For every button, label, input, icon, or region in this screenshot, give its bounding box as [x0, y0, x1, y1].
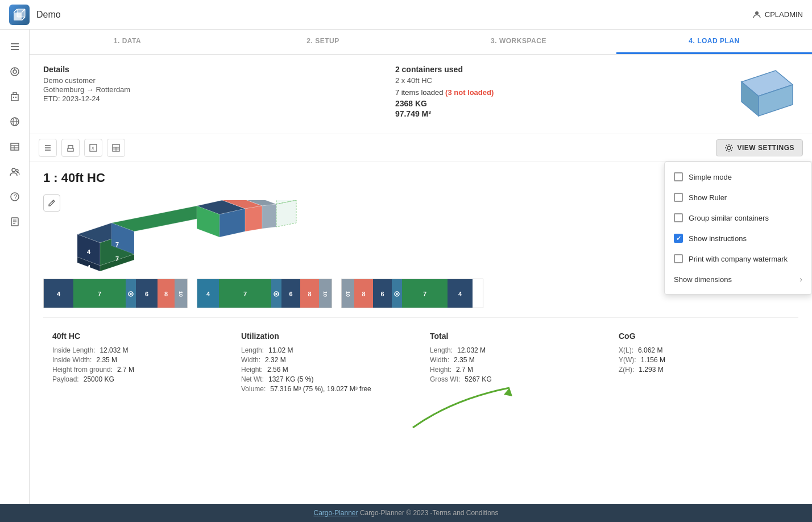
tab-setup[interactable]: 2. SETUP: [225, 30, 421, 54]
simple-mode-label: Simple mode: [689, 173, 732, 181]
group-similar-label: Group similar containers: [689, 214, 769, 222]
svg-text:4: 4: [87, 248, 91, 255]
footer-link[interactable]: Cargo-Planner: [313, 509, 358, 517]
svg-text:10: 10: [180, 234, 185, 240]
thumbnail-2: 4 7 6 8 10: [197, 279, 332, 308]
group-similar-checkbox[interactable]: [674, 213, 683, 222]
thumb3-block5: 7: [402, 279, 448, 308]
container-type: 2 x 40ft HC: [395, 76, 494, 85]
svg-rect-40: [68, 147, 70, 147]
svg-text:8: 8: [169, 234, 173, 241]
sidebar-docs-icon[interactable]: [5, 212, 25, 232]
svg-text:?: ?: [14, 193, 17, 200]
items-loaded: 7 items loaded (3 not loaded): [395, 88, 494, 97]
show-dimensions-item[interactable]: Show dimensions ›: [665, 269, 811, 289]
not-loaded: (3 not loaded): [445, 88, 494, 97]
view-settings-dropdown: Simple mode Show Ruler Group similar con…: [664, 161, 812, 295]
sidebar-dashboard-icon[interactable]: [5, 61, 25, 82]
main-content: 1. DATA 2. SETUP 3. WORKSPACE 4. LOAD PL…: [30, 30, 812, 522]
details-right: [724, 65, 798, 123]
thumb2-block4: 6: [281, 279, 300, 308]
svg-rect-14: [13, 97, 14, 98]
thumb3-block3: 6: [373, 279, 392, 308]
table-view-button[interactable]: [107, 139, 125, 157]
details-bar: Details Demo customer Gothemburg → Rotte…: [30, 55, 812, 134]
thumb2-block3: [271, 279, 281, 308]
show-instructions-label: Show instructions: [689, 234, 747, 243]
thumb2-block1: 4: [197, 279, 219, 308]
svg-text:10: 10: [174, 248, 180, 254]
svg-rect-15: [15, 97, 16, 98]
svg-point-5: [755, 11, 759, 15]
print-button[interactable]: [61, 139, 80, 157]
app-title: Demo: [36, 10, 61, 20]
sidebar-help-icon[interactable]: ?: [5, 187, 25, 207]
thumb2-block5: 8: [300, 279, 319, 308]
thumb3-block2: 8: [354, 279, 373, 308]
svg-text:6: 6: [152, 237, 156, 244]
show-ruler-label: Show Ruler: [689, 193, 727, 202]
show-ruler-item[interactable]: Show Ruler: [665, 187, 811, 208]
print-watermark-checkbox[interactable]: [674, 254, 683, 263]
thumbnail-3: 10 8 6 7 4: [341, 279, 483, 308]
content-area: Details Demo customer Gothemburg → Rotte…: [30, 55, 812, 522]
svg-marker-59: [245, 206, 262, 231]
svg-text:6: 6: [147, 251, 150, 258]
simple-mode-item[interactable]: Simple mode: [665, 167, 811, 187]
app-logo: [9, 5, 30, 25]
svg-rect-13: [13, 93, 16, 94]
sidebar: ?: [0, 30, 30, 522]
details-center: 2 containers used 2 x 40ft HC 7 items lo…: [395, 65, 494, 119]
print-watermark-item[interactable]: Print with company watermark: [665, 248, 811, 269]
sidebar-globe-icon[interactable]: [5, 111, 25, 132]
container-stats-card: 40ft HC Inside Length:12.032 M Inside Wi…: [43, 327, 232, 399]
show-ruler-checkbox[interactable]: [674, 193, 683, 202]
svg-text:7: 7: [115, 241, 119, 248]
svg-text:4: 4: [87, 264, 91, 271]
sidebar-menu-icon[interactable]: [5, 36, 25, 57]
thumb1-block6: 10: [175, 279, 187, 308]
svg-point-23: [12, 168, 15, 172]
thumb1-block1: 4: [44, 279, 73, 308]
utilization-card: Utilization Length:11.02 M Width:2.32 M …: [232, 327, 421, 399]
cog-card: CoG X(L):6.062 M Y(W):1.156 M Z(H):1.293…: [610, 327, 798, 399]
view-settings-button[interactable]: VIEW SETTINGS: [716, 139, 803, 156]
settings-icon: [724, 143, 734, 152]
sidebar-table-icon[interactable]: [5, 136, 25, 157]
toolbar: X VIEW SETTINGS Simple mode: [30, 134, 812, 161]
container-stats-title: 40ft HC: [52, 332, 223, 341]
svg-marker-73: [276, 200, 296, 227]
show-instructions-item[interactable]: Show instructions: [665, 228, 811, 248]
svg-rect-19: [11, 143, 19, 150]
sidebar-building-icon[interactable]: [5, 86, 25, 107]
edit-button[interactable]: [43, 194, 60, 212]
svg-line-47: [52, 201, 53, 202]
tab-bar: 1. DATA 2. SETUP 3. WORKSPACE 4. LOAD PL…: [30, 30, 812, 55]
tab-workspace[interactable]: 3. WORKSPACE: [421, 30, 616, 54]
show-dimensions-label: Show dimensions: [674, 275, 732, 284]
toolbar-left: X: [39, 139, 125, 157]
pencil-icon: [48, 199, 56, 207]
route: Gothemburg → Rotterdam: [43, 85, 130, 94]
svg-point-10: [13, 70, 16, 73]
list-view-button[interactable]: [39, 139, 57, 157]
group-similar-item[interactable]: Group similar containers: [665, 208, 811, 228]
tab-load-plan[interactable]: 4. LOAD PLAN: [616, 30, 812, 54]
customer-name: Demo customer: [43, 76, 130, 85]
footer-text: Cargo-Planner Cargo-Planner © 2023 -Term…: [313, 509, 498, 517]
cargo-icon: [724, 65, 798, 122]
export-excel-button[interactable]: X: [84, 139, 102, 157]
simple-mode-checkbox[interactable]: [674, 172, 683, 181]
topbar-left: Demo: [9, 5, 61, 25]
thumb3-block6: 4: [448, 279, 473, 308]
sidebar-users-icon[interactable]: [5, 161, 25, 182]
show-instructions-checkbox[interactable]: [674, 234, 683, 243]
tab-data[interactable]: 1. DATA: [30, 30, 225, 54]
svg-text:7: 7: [115, 255, 119, 262]
thumb1-block2: 7: [73, 279, 126, 308]
svg-line-2: [14, 9, 17, 13]
user-icon: [752, 10, 761, 19]
volume: 97.749 M³: [395, 109, 494, 118]
container-3d-svg: 4 7 6 8 10 4 7 6 8 10: [72, 200, 310, 280]
svg-marker-60: [262, 204, 276, 229]
